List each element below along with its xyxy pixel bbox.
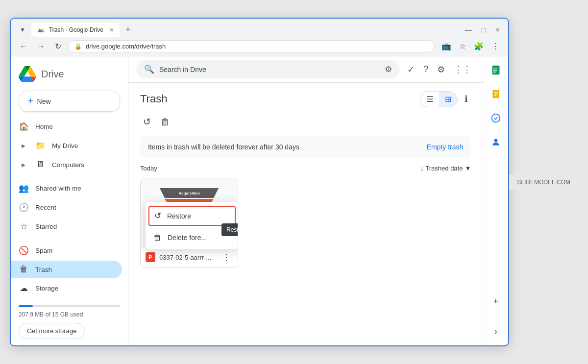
page-title: Trash: [140, 93, 167, 105]
app-layout: Drive + New 🏠 Home ▶ 📁 My Drive ▶ 🖥: [11, 56, 508, 345]
sort-control[interactable]: ↓ Trashed date ▼: [420, 165, 471, 172]
empty-trash-btn[interactable]: Empty trash: [427, 143, 464, 151]
file-type-icon: P: [146, 252, 155, 262]
starred-icon: ☆: [19, 221, 28, 232]
storage-bar: [19, 305, 33, 307]
titlebar: ▼ Trash - Google Drive × +: [11, 19, 508, 37]
right-panel-contacts-btn[interactable]: [487, 133, 505, 153]
sidebar-item-trash[interactable]: 🗑 Trash: [11, 261, 122, 278]
main-content: 🔍 Search in Drive ⚙ ✓ ? ⚙ ⋮⋮ Trash: [128, 56, 483, 345]
info-btn[interactable]: ℹ: [462, 91, 471, 107]
settings-btn[interactable]: ⚙: [434, 61, 448, 78]
right-panel-tasks-btn[interactable]: [487, 109, 505, 129]
topbar-icons: ✓ ? ⚙ ⋮⋮: [404, 61, 475, 78]
screen-cast-btn[interactable]: 📺: [439, 40, 454, 53]
sidebar-label-recent: Recent: [35, 204, 56, 211]
get-more-storage-btn[interactable]: Get more storage: [19, 323, 85, 339]
context-menu-restore[interactable]: ↺ Restore: [148, 206, 236, 226]
svg-text:Acquisition: Acquisition: [178, 191, 200, 195]
sidebar-item-storage[interactable]: ☁ Storage: [11, 279, 122, 297]
sidebar-item-shared[interactable]: 👥 Shared with me: [11, 179, 122, 197]
right-panel-collapse-btn[interactable]: ›: [490, 322, 501, 340]
sidebar-item-home[interactable]: 🏠 Home: [11, 118, 122, 136]
search-icon: 🔍: [144, 64, 154, 74]
reload-btn[interactable]: ↻: [52, 40, 64, 53]
trash-notice: Items in trash will be deleted forever a…: [140, 136, 471, 158]
file-card-footer: P 6337-02-5-aarrr-... ⋮: [141, 247, 238, 267]
browser-tab-active[interactable]: Trash - Google Drive ×: [31, 23, 120, 37]
apps-btn[interactable]: ⋮⋮: [450, 61, 475, 78]
chrome-menu-btn[interactable]: ⋮: [489, 40, 502, 53]
storage-icon: ☁: [19, 283, 28, 293]
sidebar-item-computers[interactable]: ▶ 🖥 Computers: [11, 156, 122, 173]
restore-icon: ↺: [154, 211, 161, 221]
spam-icon: 🚫: [19, 245, 28, 256]
svg-rect-20: [494, 94, 497, 95]
check-updates-btn[interactable]: ✓: [404, 61, 418, 78]
new-tab-btn[interactable]: +: [122, 23, 135, 37]
delete-forever-label: Delete fore...: [168, 234, 207, 242]
drive-title: Drive: [41, 69, 64, 80]
bookmark-btn[interactable]: ☆: [456, 40, 469, 53]
storage-section: 207.9 MB of 15 GB used Get more storage: [11, 297, 128, 343]
right-panel-bottom: + ›: [490, 292, 503, 340]
context-menu: ↺ Restore 🗑 Delete fore... Restore from …: [146, 202, 238, 249]
search-input: Search in Drive: [159, 66, 380, 73]
drive-logo: [19, 65, 36, 83]
slidemodel-text: SLIDEMODEL.COM: [517, 179, 570, 186]
maximize-btn[interactable]: □: [479, 25, 489, 35]
app-topbar: 🔍 Search in Drive ⚙ ✓ ? ⚙ ⋮⋮: [128, 56, 483, 83]
close-btn[interactable]: ×: [492, 25, 502, 35]
sidebar-item-spam[interactable]: 🚫 Spam: [11, 242, 122, 260]
view-btn-group: ☰ ⊞: [420, 91, 458, 107]
address-bar[interactable]: 🔒 drive.google.com/drive/trash: [68, 40, 435, 52]
sidebar-label-shared: Shared with me: [35, 185, 81, 192]
right-panel-notes-btn[interactable]: [487, 85, 505, 105]
sidebar-nav: 🏠 Home ▶ 📁 My Drive ▶ 🖥 Computers 👥 Shar…: [11, 118, 128, 297]
restore-all-btn[interactable]: ↺: [140, 113, 154, 130]
svg-rect-21: [494, 96, 496, 97]
sidebar-label-computers: Computers: [52, 161, 84, 169]
slidemodel-credit: SLIDEMODEL.COM: [509, 175, 578, 190]
list-view-btn[interactable]: ☰: [420, 92, 439, 107]
tasks-icon: [491, 113, 501, 123]
new-plus-icon: +: [28, 96, 33, 106]
forward-btn[interactable]: →: [34, 40, 48, 53]
search-bar[interactable]: 🔍 Search in Drive ⚙: [136, 60, 400, 78]
filter-icon[interactable]: ⚙: [385, 64, 392, 74]
storage-text: 207.9 MB of 15 GB used: [19, 311, 120, 318]
new-button[interactable]: + New: [19, 91, 120, 112]
storage-bar-wrap: [19, 305, 120, 307]
sheets-icon: [491, 65, 501, 75]
delete-forever-btn[interactable]: 🗑: [158, 114, 173, 130]
new-btn-label: New: [37, 97, 51, 105]
computers-arrow: ▶: [19, 162, 28, 168]
tab-dropdown-btn[interactable]: ▼: [17, 24, 28, 35]
tab-close-btn[interactable]: ×: [110, 26, 114, 34]
my-drive-icon: 📁: [35, 141, 45, 151]
file-menu-btn[interactable]: ⋮: [220, 251, 233, 264]
my-drive-arrow: ▶: [19, 143, 28, 148]
right-panel-sheets-btn[interactable]: [487, 61, 505, 81]
right-panel-expand-btn[interactable]: +: [490, 292, 503, 311]
file-card[interactable]: Acquisition Activation Retention Revenue: [140, 178, 238, 268]
delete-forever-icon: 🗑: [153, 233, 162, 243]
sort-by-label: Trashed date: [425, 165, 463, 172]
trash-icon: 🗑: [19, 265, 28, 274]
toolbar-actions: 📺 ☆ 🧩 ⋮: [439, 40, 502, 53]
files-grid: Acquisition Activation Retention Revenue: [140, 178, 471, 268]
grid-view-btn[interactable]: ⊞: [439, 92, 457, 107]
extensions-btn[interactable]: 🧩: [471, 40, 487, 53]
shared-icon: 👥: [19, 183, 28, 194]
sidebar-item-my-drive[interactable]: ▶ 📁 My Drive: [11, 137, 122, 155]
sidebar-label-home: Home: [35, 123, 53, 130]
context-menu-delete-forever[interactable]: 🗑 Delete fore...: [146, 228, 238, 247]
back-btn[interactable]: ←: [17, 40, 30, 53]
minimize-btn[interactable]: —: [462, 25, 475, 35]
sidebar-item-starred[interactable]: ☆ Starred: [11, 218, 122, 236]
sort-down-icon: ↓: [420, 165, 424, 172]
svg-point-23: [494, 139, 497, 142]
sidebar-item-recent[interactable]: 🕐 Recent: [11, 198, 122, 217]
help-btn[interactable]: ?: [420, 61, 432, 78]
contacts-icon: [491, 137, 501, 147]
